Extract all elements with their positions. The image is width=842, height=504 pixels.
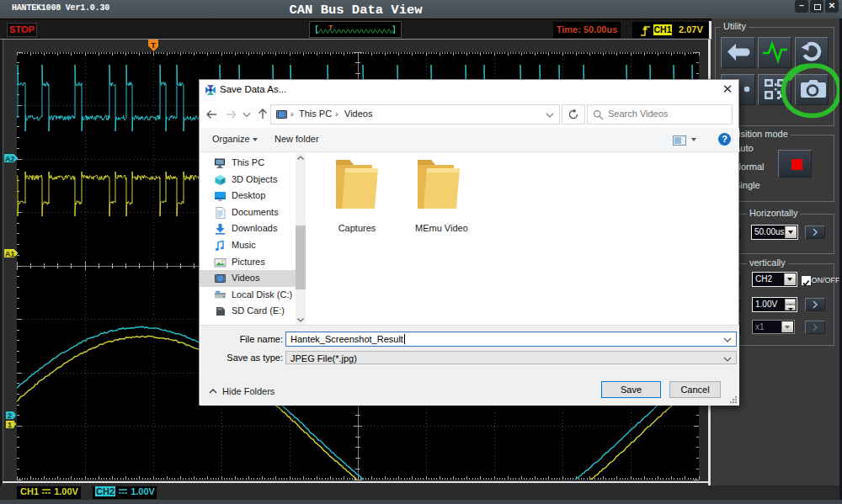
svg-text:T: T xyxy=(151,41,156,50)
svg-text:A1: A1 xyxy=(5,250,15,258)
svg-text:1: 1 xyxy=(8,421,12,429)
svg-text:2: 2 xyxy=(8,411,12,420)
svg-text:A2: A2 xyxy=(5,155,15,163)
svg-text:T: T xyxy=(329,24,333,31)
